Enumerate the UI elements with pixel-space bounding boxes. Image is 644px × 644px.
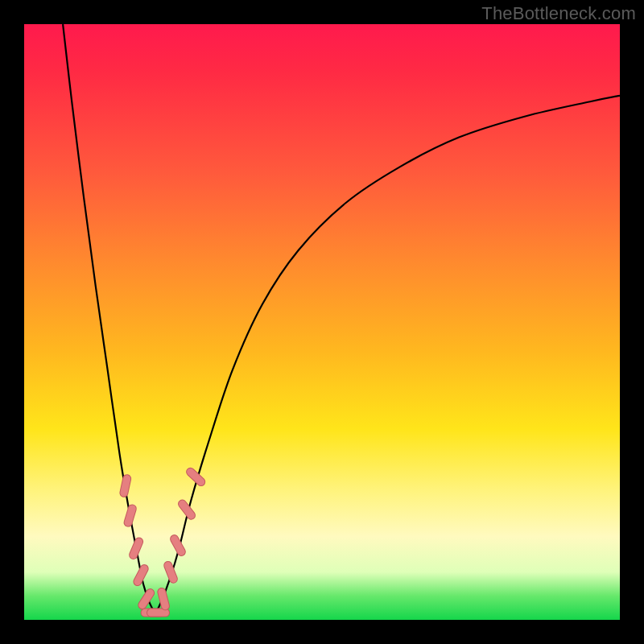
marker-capsule (128, 509, 132, 522)
plot-area (24, 24, 620, 620)
chart-frame: TheBottleneck.com (0, 0, 644, 644)
chart-svg (24, 24, 620, 620)
marker-capsule (168, 565, 174, 579)
curve-right-branch (155, 96, 620, 614)
curve-group (63, 24, 620, 614)
marker-group (124, 472, 201, 613)
watermark-text: TheBottleneck.com (481, 3, 636, 24)
marker-capsule (124, 479, 127, 493)
curve-left-branch (63, 24, 155, 614)
marker-capsule (162, 592, 166, 605)
